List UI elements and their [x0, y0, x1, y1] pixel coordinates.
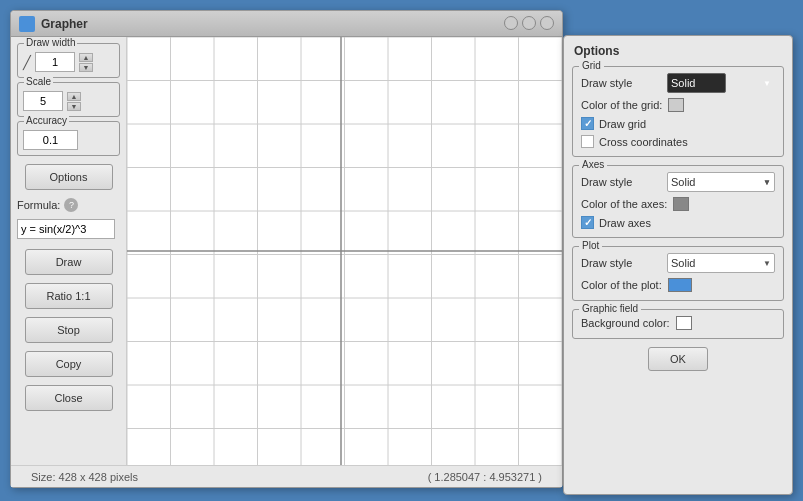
- axes-draw-axes-checkbox[interactable]: ✓: [581, 216, 594, 229]
- axes-color-row: Color of the axes:: [581, 197, 775, 211]
- grid-cross-coords-row: Cross coordinates: [581, 135, 775, 148]
- grid-draw-style-label: Draw style: [581, 77, 661, 89]
- plot-draw-style-label: Draw style: [581, 257, 661, 269]
- status-bar: Size: 428 x 428 pixels ( 1.285047 : 4.95…: [11, 465, 562, 487]
- grid-color-row: Color of the grid:: [581, 98, 775, 112]
- grapher-titlebar: Grapher: [11, 11, 562, 37]
- plot-color-picker[interactable]: [668, 278, 692, 292]
- axes-draw-style-row: Draw style Solid Dashed Dotted ▼: [581, 172, 775, 192]
- plot-color-row: Color of the plot:: [581, 278, 775, 292]
- grid-draw-style-row: Draw style Solid Dashed Dotted: [581, 73, 775, 93]
- options-window: Options Grid Draw style Solid Dashed Dot…: [563, 35, 793, 495]
- draw-width-down[interactable]: ▼: [79, 63, 93, 72]
- status-size: Size: 428 x 428 pixels: [31, 471, 138, 483]
- scale-group: Scale ▲ ▼: [17, 82, 120, 117]
- checkmark-icon: ✓: [584, 119, 592, 129]
- bg-color-label: Background color:: [581, 317, 670, 329]
- checkmark-icon-axes: ✓: [584, 218, 592, 228]
- grid-color-picker[interactable]: [668, 98, 684, 112]
- plot-color-label: Color of the plot:: [581, 279, 662, 291]
- minimize-btn[interactable]: [504, 16, 518, 30]
- axes-draw-axes-row: ✓ Draw axes: [581, 216, 775, 229]
- grid-cross-coords-label[interactable]: Cross coordinates: [581, 135, 688, 148]
- scale-spinner: ▲ ▼: [67, 92, 81, 111]
- scale-up[interactable]: ▲: [67, 92, 81, 101]
- grid-draw-style-select-wrapper: Solid Dashed Dotted: [667, 73, 775, 93]
- accuracy-group: Accuracy: [17, 121, 120, 156]
- options-title: Options: [572, 44, 784, 58]
- grid-color-label: Color of the grid:: [581, 99, 662, 111]
- axes-section-label: Axes: [579, 159, 607, 170]
- scale-label: Scale: [24, 76, 53, 87]
- graph-area: [126, 37, 562, 465]
- ratio-button[interactable]: Ratio 1:1: [25, 283, 113, 309]
- scale-input[interactable]: [23, 91, 63, 111]
- grapher-title: Grapher: [41, 17, 88, 31]
- draw-width-group: Draw width ╱ ▲ ▼: [17, 43, 120, 78]
- axes-draw-style-select-wrapper: Solid Dashed Dotted ▼: [667, 172, 775, 192]
- axes-draw-axes-text: Draw axes: [599, 217, 651, 229]
- close-btn-win[interactable]: [540, 16, 554, 30]
- grid-section-label: Grid: [579, 60, 604, 71]
- accuracy-input[interactable]: [23, 130, 78, 150]
- draw-width-up[interactable]: ▲: [79, 53, 93, 62]
- grid-section: Grid Draw style Solid Dashed Dotted Colo…: [572, 66, 784, 157]
- formula-row: Formula: ?: [17, 198, 120, 212]
- grid-draw-grid-text: Draw grid: [599, 118, 646, 130]
- grapher-app-icon: [19, 16, 35, 32]
- stop-button[interactable]: Stop: [25, 317, 113, 343]
- axes-color-label: Color of the axes:: [581, 198, 667, 210]
- status-coords: ( 1.285047 : 4.953271 ): [428, 471, 542, 483]
- scale-down[interactable]: ▼: [67, 102, 81, 111]
- plot-draw-style-select[interactable]: Solid Dashed Dotted: [667, 253, 775, 273]
- draw-width-label: Draw width: [24, 37, 77, 48]
- formula-input[interactable]: [17, 219, 115, 239]
- pen-icon: ╱: [23, 55, 31, 70]
- copy-button[interactable]: Copy: [25, 351, 113, 377]
- options-button[interactable]: Options: [25, 164, 113, 190]
- bg-color-picker[interactable]: [676, 316, 692, 330]
- grid-draw-grid-label[interactable]: ✓ Draw grid: [581, 117, 646, 130]
- maximize-btn[interactable]: [522, 16, 536, 30]
- graphic-field-section: Graphic field Background color:: [572, 309, 784, 339]
- bg-color-row: Background color:: [581, 316, 775, 330]
- axes-draw-style-label: Draw style: [581, 176, 661, 188]
- plot-draw-style-select-wrapper: Solid Dashed Dotted ▼: [667, 253, 775, 273]
- formula-label: Formula:: [17, 199, 60, 211]
- close-button[interactable]: Close: [25, 385, 113, 411]
- grid-cross-coords-text: Cross coordinates: [599, 136, 688, 148]
- grid-draw-grid-checkbox[interactable]: ✓: [581, 117, 594, 130]
- grid-draw-grid-row: ✓ Draw grid: [581, 117, 775, 130]
- grapher-window: Grapher Draw width ╱ ▲ ▼ Scale: [10, 10, 563, 488]
- plot-section: Plot Draw style Solid Dashed Dotted ▼ Co…: [572, 246, 784, 301]
- axes-draw-axes-label[interactable]: ✓ Draw axes: [581, 216, 651, 229]
- formula-help[interactable]: ?: [64, 198, 78, 212]
- left-panel: Draw width ╱ ▲ ▼ Scale ▲ ▼: [11, 37, 126, 489]
- graphic-section-label: Graphic field: [579, 303, 641, 314]
- draw-button[interactable]: Draw: [25, 249, 113, 275]
- plot-draw-style-row: Draw style Solid Dashed Dotted ▼: [581, 253, 775, 273]
- ok-button[interactable]: OK: [648, 347, 708, 371]
- grid-cross-coords-checkbox[interactable]: [581, 135, 594, 148]
- grid-draw-style-select[interactable]: Solid Dashed Dotted: [667, 73, 726, 93]
- grid-svg: [127, 37, 562, 465]
- plot-section-label: Plot: [579, 240, 602, 251]
- draw-width-spinner: ▲ ▼: [79, 53, 93, 72]
- draw-width-input[interactable]: [35, 52, 75, 72]
- window-controls: [504, 16, 554, 30]
- axes-section: Axes Draw style Solid Dashed Dotted ▼ Co…: [572, 165, 784, 238]
- accuracy-label: Accuracy: [24, 115, 69, 126]
- axes-color-picker[interactable]: [673, 197, 689, 211]
- axes-draw-style-select[interactable]: Solid Dashed Dotted: [667, 172, 775, 192]
